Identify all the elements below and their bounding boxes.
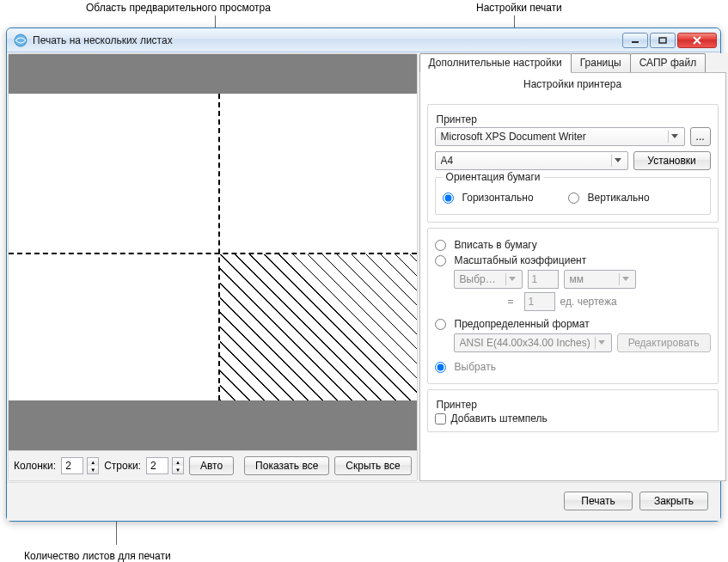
printer-group: Принтер Microsoft XPS Document Writer ..… — [427, 104, 719, 223]
printer-browse-button[interactable]: ... — [690, 127, 711, 146]
window-title: Печать на нескольких листах — [33, 34, 621, 46]
settings-column: Дополнительные настройки Границы САПР фа… — [418, 53, 728, 481]
rows-down[interactable]: ▼ — [173, 466, 183, 473]
scale-unit-select[interactable]: мм — [564, 270, 636, 289]
close-button[interactable] — [677, 33, 717, 48]
callout-sheet-count: Количество листов для печати — [24, 550, 171, 562]
columns-down[interactable]: ▼ — [88, 466, 98, 473]
paper-select[interactable]: A4 — [435, 151, 628, 170]
stamp-section-label: Принтер — [437, 399, 711, 411]
preview-split-vertical — [218, 94, 220, 400]
tabs: Дополнительные настройки Границы САПР фа… — [419, 53, 726, 72]
scale-pick-label: Выбрать — [455, 361, 496, 373]
svg-point-0 — [15, 34, 27, 46]
columns-spinner[interactable]: ▲ ▼ — [87, 457, 99, 474]
printer-selected-text: Microsoft XPS Document Writer — [441, 131, 679, 143]
panel-title: Настройки принтера — [427, 78, 719, 90]
equals-sign: = — [454, 296, 519, 308]
show-all-button[interactable]: Показать все — [244, 456, 329, 475]
print-button[interactable]: Печать — [564, 492, 633, 510]
predefined-format-radio[interactable] — [435, 319, 446, 330]
rows-label: Строки: — [104, 460, 141, 472]
chevron-down-icon — [595, 337, 609, 349]
preview-margin-top — [9, 54, 417, 94]
orientation-landscape[interactable]: Горизонтально — [443, 192, 534, 204]
chevron-down-icon — [611, 155, 625, 167]
fit-to-page[interactable]: Вписать в бумагу — [435, 239, 711, 251]
dialog-bottom-bar: Печать Закрыть — [7, 482, 720, 521]
auto-button[interactable]: Авто — [189, 456, 234, 475]
fit-to-page-radio[interactable] — [435, 240, 446, 251]
orientation-landscape-label: Горизонтально — [462, 192, 534, 204]
scale-factor-label: Масштабный коэффициент — [455, 254, 587, 266]
preview-hatch-region — [220, 254, 417, 400]
add-stamp-label: Добавить штемпель — [451, 412, 548, 425]
preview-controls: Колонки: ▲ ▼ Строки: ▲ ▼ Авто — [9, 451, 417, 480]
preview-column: Колонки: ▲ ▼ Строки: ▲ ▼ Авто — [8, 53, 418, 481]
printer-setup-button[interactable]: Установки — [633, 151, 711, 170]
predefined-select[interactable]: ANSI E(44.00x34.00 Inches) — [454, 333, 612, 352]
app-icon — [14, 34, 28, 47]
chevron-down-icon — [619, 273, 633, 285]
scale-choose-select[interactable]: Выбрать — [454, 270, 523, 289]
preview-split-horizontal — [9, 253, 417, 254]
predefined-text: ANSI E(44.00x34.00 Inches) — [460, 337, 606, 349]
scale-factor[interactable]: Масштабный коэффициент — [435, 254, 711, 266]
chevron-down-icon — [668, 131, 682, 143]
svg-rect-2 — [659, 38, 666, 43]
columns-label: Колонки: — [14, 460, 56, 472]
minimize-button[interactable] — [622, 33, 648, 48]
scale-value-input[interactable] — [528, 270, 559, 289]
rows-input[interactable] — [146, 457, 168, 474]
hide-all-button[interactable]: Скрыть все — [334, 456, 411, 475]
scale-factor-radio[interactable] — [435, 255, 446, 266]
chevron-down-icon — [505, 273, 519, 285]
columns-input[interactable] — [61, 457, 83, 474]
orientation-group: Ориентация бумаги Горизонтально Вертикал… — [435, 177, 711, 215]
maximize-button[interactable] — [650, 33, 676, 48]
dialog-window: Печать на нескольких листах — [6, 27, 721, 522]
preview-margin-bottom — [9, 400, 417, 450]
titlebar[interactable]: Печать на нескольких листах — [7, 28, 720, 52]
printer-select[interactable]: Microsoft XPS Document Writer — [435, 127, 685, 146]
tab-borders[interactable]: Границы — [571, 53, 631, 72]
tab-panel-advanced: Настройки принтера Принтер Microsoft XPS… — [419, 72, 726, 481]
edit-format-button[interactable]: Редактировать — [617, 333, 711, 352]
orientation-portrait-label: Вертикально — [588, 192, 650, 204]
columns-up[interactable]: ▲ — [88, 458, 98, 466]
drawing-units-input[interactable] — [524, 292, 555, 311]
orientation-portrait-radio[interactable] — [568, 192, 579, 204]
predefined-format-label: Предопределенный формат — [455, 318, 590, 330]
scale-pick-radio[interactable] — [435, 362, 446, 373]
add-stamp[interactable]: Добавить штемпель — [435, 412, 711, 425]
tab-advanced[interactable]: Дополнительные настройки — [419, 53, 572, 73]
printer-label: Принтер — [437, 113, 711, 125]
tab-cad-file[interactable]: САПР файл — [630, 53, 707, 72]
preview-area[interactable] — [9, 54, 417, 451]
callout-preview: Область предварительного просмотра — [86, 2, 271, 14]
scale-pick[interactable]: Выбрать — [435, 361, 711, 373]
predefined-format[interactable]: Предопределенный формат — [435, 318, 711, 330]
rows-up[interactable]: ▲ — [173, 458, 183, 466]
orientation-portrait[interactable]: Вертикально — [568, 192, 650, 204]
scale-group: Вписать в бумагу Масштабный коэффициент … — [427, 228, 719, 384]
add-stamp-checkbox[interactable] — [435, 413, 446, 425]
callout-settings: Настройки печати — [476, 2, 562, 14]
orientation-landscape-radio[interactable] — [443, 192, 454, 204]
orientation-group-title: Ориентация бумаги — [443, 171, 544, 183]
close-dialog-button[interactable]: Закрыть — [639, 492, 708, 510]
rows-spinner[interactable]: ▲ ▼ — [172, 457, 184, 474]
drawing-units-label: ед. чертежа — [560, 296, 617, 308]
svg-rect-1 — [632, 41, 639, 43]
paper-selected-text: A4 — [441, 155, 622, 167]
stamp-group: Принтер Добавить штемпель — [427, 389, 719, 432]
fit-to-page-label: Вписать в бумагу — [455, 239, 537, 251]
